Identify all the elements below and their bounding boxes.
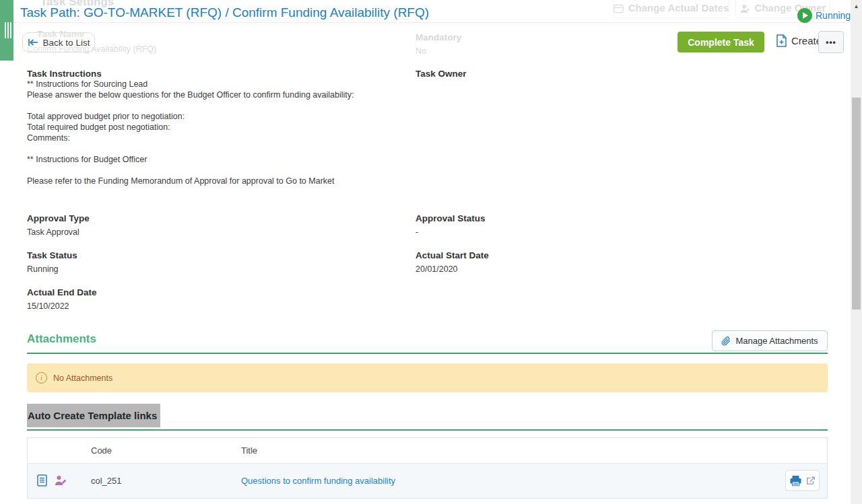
- task-instructions-label: Task Instructions: [27, 69, 102, 79]
- approval-type-value: Task Approval: [27, 227, 79, 237]
- table-header-row: Code Title: [28, 438, 827, 464]
- approval-status-label: Approval Status: [416, 213, 486, 223]
- vertical-scrollbar[interactable]: ▲: [851, 0, 862, 504]
- print-button[interactable]: [790, 475, 801, 486]
- task-status-value: Running: [27, 264, 59, 274]
- scrollbar-thumb[interactable]: [852, 98, 861, 310]
- no-attachments-message: No Attachments: [53, 373, 112, 383]
- status-label: Running: [816, 10, 851, 21]
- task-detail-screen: Task Instructions Task Owner ** Instruct…: [0, 0, 862, 504]
- side-panel-handle[interactable]: [0, 0, 13, 61]
- icons-column-header: [28, 438, 91, 464]
- create-label: Create: [791, 35, 822, 46]
- sticky-header: Task Path: GO-TO-MARKET (RFQ) / Confirm …: [0, 0, 847, 61]
- template-links-divider: [27, 429, 828, 431]
- actual-start-date-value: 20/01/2020: [416, 264, 458, 274]
- template-links-heading: Auto Create Template links: [27, 404, 160, 427]
- info-icon: i: [36, 372, 47, 384]
- status-badge[interactable]: Running: [797, 8, 851, 23]
- row-actions: [785, 470, 820, 491]
- arrow-left-bar-icon: [28, 38, 38, 46]
- row-title-link[interactable]: Questions to confirm funding availabilit…: [241, 476, 395, 486]
- task-status-label: Task Status: [27, 250, 77, 260]
- actual-end-date-value: 15/10/2022: [27, 301, 69, 311]
- manage-attachments-label: Manage Attachments: [735, 336, 818, 346]
- person-edit-icon: [55, 475, 67, 486]
- task-instructions-text: ** Instructions for Sourcing Lead Please…: [27, 79, 407, 186]
- document-plus-icon: [776, 34, 787, 47]
- document-icon: [37, 474, 47, 487]
- open-external-button[interactable]: [806, 476, 816, 485]
- actual-start-date-label: Actual Start Date: [416, 250, 489, 260]
- printer-icon: [790, 475, 801, 486]
- paperclip-icon: [721, 336, 731, 346]
- running-play-icon: [797, 8, 812, 23]
- no-attachments-banner: i No Attachments: [27, 363, 828, 392]
- table-row[interactable]: col_251 Questions to confirm funding ava…: [28, 464, 827, 498]
- title-divider: [0, 22, 847, 23]
- back-to-list-button[interactable]: Back to List: [22, 32, 95, 52]
- scroll-up-button[interactable]: ▲: [851, 1, 862, 11]
- row-code: col_251: [91, 464, 241, 498]
- title-column-header: Title: [241, 438, 827, 464]
- template-links-table: Code Title: [27, 437, 828, 499]
- task-owner-label: Task Owner: [416, 69, 467, 79]
- approval-status-value: -: [416, 227, 418, 237]
- attachments-divider: [27, 353, 828, 354]
- code-column-header: Code: [91, 438, 241, 464]
- approval-type-label: Approval Type: [27, 213, 90, 223]
- more-actions-button[interactable]: •••: [818, 31, 844, 53]
- external-link-icon: [806, 476, 816, 485]
- attachments-heading: Attachments: [27, 332, 96, 346]
- actual-end-date-label: Actual End Date: [27, 287, 97, 297]
- manage-attachments-button[interactable]: Manage Attachments: [712, 330, 828, 351]
- page-title: Task Path: GO-TO-MARKET (RFQ) / Confirm …: [20, 5, 429, 20]
- complete-task-button[interactable]: Complete Task: [677, 32, 764, 52]
- drag-handle-icon: [5, 22, 11, 38]
- task-detail-content: Task Instructions Task Owner ** Instruct…: [0, 0, 862, 504]
- back-to-list-label: Back to List: [43, 38, 90, 48]
